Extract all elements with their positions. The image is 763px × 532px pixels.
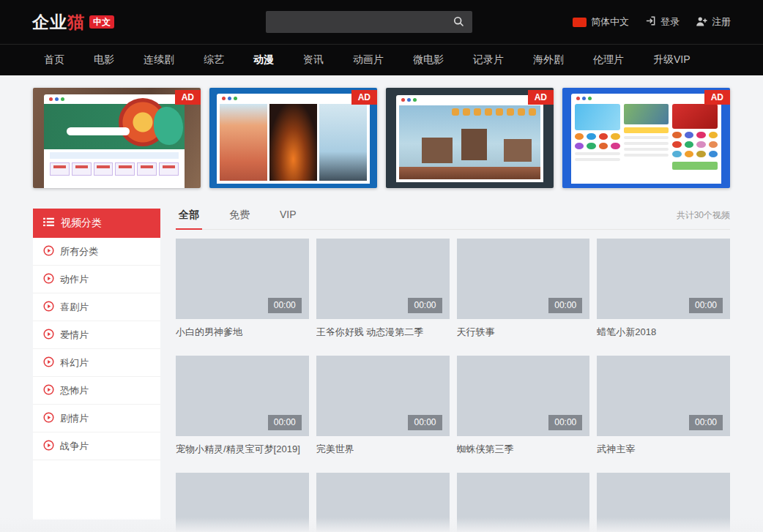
video-thumbnail[interactable] xyxy=(597,473,730,532)
nav-item-ethics[interactable]: 伦理片 xyxy=(593,53,624,67)
video-title[interactable]: 蜡笔小新2018 xyxy=(597,326,730,339)
sidebar-item-comedy[interactable]: 喜剧片 xyxy=(33,293,160,321)
video-thumbnail[interactable] xyxy=(176,473,309,532)
ad-banner-2[interactable]: AD xyxy=(209,88,377,188)
play-circle-icon xyxy=(43,440,54,453)
sidebar-item-label: 战争片 xyxy=(60,440,89,453)
video-thumbnail[interactable]: 00:00 xyxy=(457,239,590,319)
category-sidebar: 视频分类 所有分类 动作片 喜剧片 爱情片 xyxy=(33,209,160,520)
video-thumbnail[interactable]: 00:00 xyxy=(597,239,730,319)
nav-item-series[interactable]: 连续剧 xyxy=(144,53,174,67)
ad-banner-art xyxy=(44,94,185,188)
nav-item-overseas[interactable]: 海外剧 xyxy=(533,53,564,67)
content-area: 视频分类 所有分类 动作片 喜剧片 爱情片 xyxy=(33,209,730,532)
play-circle-icon xyxy=(43,245,54,258)
ad-banner-1[interactable]: AD xyxy=(33,88,201,188)
login-button[interactable]: 登录 xyxy=(645,15,680,29)
play-circle-icon xyxy=(43,384,54,397)
video-title[interactable]: 蜘蛛侠第三季 xyxy=(457,443,590,456)
video-thumbnail[interactable]: 00:00 xyxy=(316,356,450,436)
filter-tabbar: 全部 免费 VIP 共计30个视频 xyxy=(176,209,730,230)
duration-badge: 00:00 xyxy=(268,298,302,313)
brand-logo[interactable]: 企业猫 中文 xyxy=(32,11,114,34)
sidebar-item-label: 动作片 xyxy=(60,273,89,286)
window-dots-icon xyxy=(222,97,237,100)
list-icon xyxy=(43,217,54,229)
sidebar-item-all-categories[interactable]: 所有分类 xyxy=(33,238,160,266)
nav-item-news[interactable]: 资讯 xyxy=(303,53,324,67)
sidebar-header: 视频分类 xyxy=(33,209,160,238)
sidebar-item-label: 恐怖片 xyxy=(60,384,89,397)
video-thumbnail[interactable]: 00:00 xyxy=(457,356,590,436)
tab-free[interactable]: 免费 xyxy=(226,209,253,228)
nav-item-microfilm[interactable]: 微电影 xyxy=(413,53,444,67)
video-card: 00:00 宠物小精灵/精灵宝可梦[2019] xyxy=(176,356,309,456)
sidebar-item-action[interactable]: 动作片 xyxy=(33,266,160,293)
sidebar-item-label: 爱情片 xyxy=(60,329,89,342)
sidebar-item-drama[interactable]: 剧情片 xyxy=(33,405,160,432)
video-thumbnail[interactable]: 00:00 xyxy=(316,239,450,319)
register-button[interactable]: 注册 xyxy=(696,15,731,29)
video-title[interactable]: 小白的男神爹地 xyxy=(176,326,309,339)
video-title[interactable]: 宠物小精灵/精灵宝可梦[2019] xyxy=(176,443,309,456)
nav-item-upgrade-vip[interactable]: 升级VIP xyxy=(653,53,691,67)
main-nav: 首页 电影 连续剧 综艺 动漫 资讯 动画片 微电影 记录片 海外剧 伦理片 升… xyxy=(0,44,763,75)
nav-item-cartoon[interactable]: 动画片 xyxy=(353,53,384,67)
topbar: 企业猫 中文 简体中文 登录 注册 xyxy=(0,0,763,44)
window-dots-icon xyxy=(401,98,417,102)
ad-banner-art xyxy=(217,94,370,184)
video-thumbnail[interactable] xyxy=(457,473,590,532)
sidebar-item-romance[interactable]: 爱情片 xyxy=(33,321,160,349)
play-circle-icon xyxy=(43,412,54,425)
topbar-actions: 简体中文 登录 注册 xyxy=(573,15,731,29)
sidebar-item-label: 所有分类 xyxy=(60,245,98,258)
play-circle-icon xyxy=(43,273,54,286)
video-title[interactable]: 天行轶事 xyxy=(457,326,590,339)
video-card xyxy=(176,473,309,532)
search-button[interactable] xyxy=(444,11,472,33)
sidebar-item-scifi[interactable]: 科幻片 xyxy=(33,349,160,377)
duration-badge: 00:00 xyxy=(689,298,723,313)
nav-item-variety[interactable]: 综艺 xyxy=(204,53,224,67)
ad-banner-3[interactable]: AD xyxy=(386,88,554,188)
video-thumbnail[interactable] xyxy=(316,473,450,532)
video-title[interactable]: 王爷你好贱 动态漫第二季 xyxy=(316,326,450,339)
video-grid: 00:00 小白的男神爹地 00:00 王爷你好贱 动态漫第二季 00:00 天… xyxy=(176,239,730,532)
nav-item-documentary[interactable]: 记录片 xyxy=(473,53,504,67)
video-thumbnail[interactable]: 00:00 xyxy=(597,356,730,436)
play-circle-icon xyxy=(43,329,54,342)
play-circle-icon xyxy=(43,356,54,370)
video-title[interactable]: 武神主宰 xyxy=(597,443,730,456)
nav-item-anime[interactable]: 动漫 xyxy=(253,53,274,67)
nav-item-movies[interactable]: 电影 xyxy=(94,53,114,67)
category-list: 所有分类 动作片 喜剧片 爱情片 科幻片 xyxy=(33,238,160,460)
user-plus-icon xyxy=(696,16,707,29)
search-icon xyxy=(453,15,464,29)
sidebar-item-label: 剧情片 xyxy=(60,412,89,425)
duration-badge: 00:00 xyxy=(548,298,582,313)
duration-badge: 00:00 xyxy=(689,415,723,430)
video-card: 00:00 小白的男神爹地 xyxy=(176,239,309,339)
video-thumbnail[interactable]: 00:00 xyxy=(176,239,309,319)
nav-item-home[interactable]: 首页 xyxy=(44,53,64,67)
sidebar-item-horror[interactable]: 恐怖片 xyxy=(33,377,160,405)
video-thumbnail[interactable]: 00:00 xyxy=(176,356,309,436)
sidebar-item-war[interactable]: 战争片 xyxy=(33,432,160,460)
tab-all[interactable]: 全部 xyxy=(176,209,202,230)
ad-banner-art xyxy=(571,94,721,184)
video-card: 00:00 蜡笔小新2018 xyxy=(597,239,730,339)
language-selector[interactable]: 简体中文 xyxy=(573,15,629,29)
video-card: 00:00 王爷你好贱 动态漫第二季 xyxy=(316,239,450,339)
register-label: 注册 xyxy=(712,15,731,29)
video-list-panel: 全部 免费 VIP 共计30个视频 00:00 小白的男神爹地 00:00 王爷… xyxy=(176,209,730,532)
ad-banner-strip: AD AD AD xyxy=(33,75,730,188)
video-card: 00:00 天行轶事 xyxy=(457,239,590,339)
duration-badge: 00:00 xyxy=(268,415,302,430)
search-input[interactable] xyxy=(266,11,444,33)
video-title[interactable]: 完美世界 xyxy=(316,443,450,456)
tab-vip[interactable]: VIP xyxy=(277,209,299,227)
duration-badge: 00:00 xyxy=(408,298,442,313)
logo-text: 企业猫 xyxy=(32,11,84,34)
ad-banner-4[interactable]: AD xyxy=(562,88,730,188)
ad-banner-art xyxy=(396,95,543,182)
